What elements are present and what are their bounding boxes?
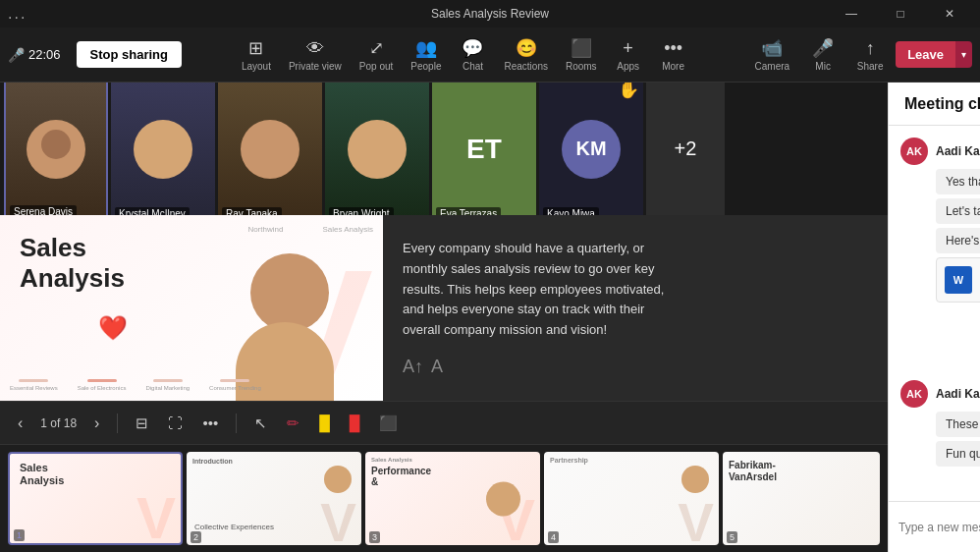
thumb-1-v: V	[136, 489, 176, 545]
apps-button[interactable]: + Apps	[607, 34, 650, 76]
participant-ray[interactable]: Ray Tanaka	[218, 83, 322, 215]
thumb-5-num: 5	[727, 531, 737, 543]
chat-button[interactable]: 💬 Chat	[451, 33, 494, 76]
next-slide-button[interactable]: ›	[88, 411, 105, 436]
chat-file-attachment[interactable]: W Team Training Summary.docx Updated 3h …	[936, 257, 980, 303]
annotation-toolbar: A↑ A	[403, 357, 868, 377]
leave-group: Leave ▾	[896, 41, 972, 68]
chat-bubble-2b: Fun quiz!	[936, 441, 980, 467]
chat-sender-aadi-2: Aadi Kapoor	[936, 387, 980, 401]
thumb-2-num: 2	[191, 531, 201, 543]
people-button[interactable]: 👥 People	[403, 33, 449, 76]
maximize-button[interactable]: □	[878, 0, 923, 28]
thumb-1-title: SalesAnalysis	[20, 462, 64, 487]
pop-out-icon: ⤢	[369, 37, 384, 59]
participant-eva-avatar: ET	[432, 83, 536, 215]
toolbar-left: 🎤 22:06 Stop sharing	[8, 41, 182, 68]
chat-bubble-1c: Here's the deck:	[936, 228, 980, 253]
rooms-label: Rooms	[566, 61, 597, 72]
leave-chevron-button[interactable]: ▾	[955, 41, 972, 68]
chat-bubble-2a: These are tough questions	[936, 412, 980, 437]
participant-eva[interactable]: ET Eva Terrazas	[432, 83, 536, 215]
participant-krystal[interactable]: Krystal McIlney	[111, 83, 215, 215]
thumb-3-circle	[486, 481, 520, 516]
call-timer: 🎤 22:06	[8, 47, 61, 63]
more-button[interactable]: ••• More	[652, 34, 695, 76]
thumbnail-5[interactable]: Fabrikam-VanArsdel 5	[723, 452, 880, 545]
participant-bryan[interactable]: Bryan Wright	[325, 83, 429, 215]
thumbnail-1[interactable]: SalesAnalysis V 1	[8, 452, 183, 545]
prev-slide-button[interactable]: ‹	[12, 411, 28, 436]
more-label: More	[662, 61, 684, 72]
toolbar-center: ⊞ Layout 👁 Private view ⤢ Pop out 👥 Peop…	[186, 33, 743, 76]
slide-content: Northwind Sales Analysis SalesAnalysis 🍋…	[0, 215, 888, 401]
thumbnail-2[interactable]: Introduction Collective Experiences V 2	[187, 452, 361, 545]
participant-eva-name: Eva Terrazas	[436, 207, 501, 216]
layout-label: Layout	[242, 61, 271, 72]
main-area: Serena Davis Krystal McIlney Ray Tanaka …	[0, 83, 980, 552]
slide-image-area: Northwind Sales Analysis SalesAnalysis 🍋…	[0, 215, 383, 401]
camera-button[interactable]: 📹 Camera	[747, 33, 798, 76]
chat-sender-aadi: Aadi Kapoor	[936, 144, 980, 158]
chat-input-area: A 📎 🙂 GIF ⊞ ••• ➤	[889, 501, 980, 552]
thumb-3-num: 3	[369, 531, 380, 543]
participant-serena-name: Serena Davis	[10, 205, 77, 216]
leave-button[interactable]: Leave	[896, 41, 955, 68]
text-grow-icon[interactable]: A↑	[403, 357, 423, 377]
text-shrink-icon[interactable]: A	[431, 357, 443, 377]
chat-icon: 💬	[462, 37, 483, 59]
tool-separator-1	[117, 414, 118, 433]
pen-tool[interactable]: ✏	[281, 411, 305, 436]
reactions-button[interactable]: 😊 Reactions	[496, 33, 555, 76]
share-icon: ↑	[866, 38, 875, 59]
chat-label: Chat	[463, 61, 483, 72]
layout-button[interactable]: ⊞ Layout	[234, 33, 279, 76]
content-area: Serena Davis Krystal McIlney Ray Tanaka …	[0, 83, 888, 552]
more-icon: •••	[664, 38, 682, 59]
slide-main-title: SalesAnalysis	[20, 233, 125, 294]
participant-serena[interactable]: Serena Davis	[4, 83, 108, 215]
minimize-button[interactable]: —	[829, 0, 874, 28]
slide-presentation: Northwind Sales Analysis SalesAnalysis 🍋…	[0, 215, 888, 552]
people-icon: 👥	[415, 37, 437, 59]
reactions-label: Reactions	[504, 61, 547, 72]
thumbnail-4[interactable]: Partnership V 4	[544, 452, 719, 545]
private-view-button[interactable]: 👁 Private view	[281, 34, 350, 76]
thumb-4-v: V	[678, 496, 714, 545]
pointer-tool[interactable]: ↖	[248, 411, 273, 436]
close-button[interactable]: ✕	[927, 0, 972, 28]
thumb-2-v: V	[320, 496, 356, 545]
chat-message-aadi-1: AK Aadi Kapoor 10/27 Yes that'd be wonde…	[900, 138, 980, 303]
chat-self-message-1: 10/27 How is everyone doing? LMK if you …	[900, 310, 980, 372]
stop-sharing-button[interactable]: Stop sharing	[77, 41, 182, 68]
apps-label: Apps	[617, 61, 639, 72]
rooms-button[interactable]: ⬛ Rooms	[558, 33, 605, 76]
window-title: Sales Analysis Review	[431, 7, 549, 21]
thumbnail-toggle[interactable]: ⊟	[130, 411, 154, 436]
window-menu[interactable]: ...	[8, 5, 27, 23]
eye-icon: 👁	[306, 38, 324, 59]
eraser-tool[interactable]: ⬛	[373, 411, 404, 436]
fullscreen-button[interactable]: ⛶	[162, 411, 189, 435]
participant-kayo[interactable]: KM ✋ Kayo Miwa	[539, 83, 643, 215]
toolbar: 🎤 22:06 Stop sharing ⊞ Layout 👁 Private …	[0, 28, 980, 83]
slide-more-button[interactable]: •••	[196, 411, 224, 435]
thumbnail-3[interactable]: Sales Analysis Performance& V 3	[365, 452, 540, 545]
pop-out-button[interactable]: ⤢ Pop out	[352, 33, 401, 76]
mic-label: Mic	[815, 61, 831, 72]
overflow-participants[interactable]: +2	[646, 83, 725, 215]
title-bar: ... Sales Analysis Review — □ ✕	[0, 0, 980, 28]
chat-input[interactable]	[898, 521, 980, 534]
highlighter-tool[interactable]: █	[313, 411, 336, 435]
laser-tool[interactable]: █	[344, 411, 366, 435]
camera-icon: 📹	[761, 37, 783, 59]
slide-description: Every company should have a quarterly, o…	[403, 239, 678, 341]
chat-self-message-2: 10/27 Enjoy!	[900, 474, 980, 501]
chat-bubble-1b: Let's talk and get feedback	[936, 198, 980, 224]
share-button[interactable]: ↑ Share	[848, 34, 892, 76]
chat-title: Meeting chat	[904, 95, 980, 113]
layout-icon: ⊞	[248, 37, 263, 59]
thumb-2-circle	[324, 466, 352, 493]
chat-panel: Meeting chat ✕ AK Aadi Kapoor 10/27 Yes …	[888, 83, 980, 552]
mic-button[interactable]: 🎤 Mic	[801, 33, 844, 76]
